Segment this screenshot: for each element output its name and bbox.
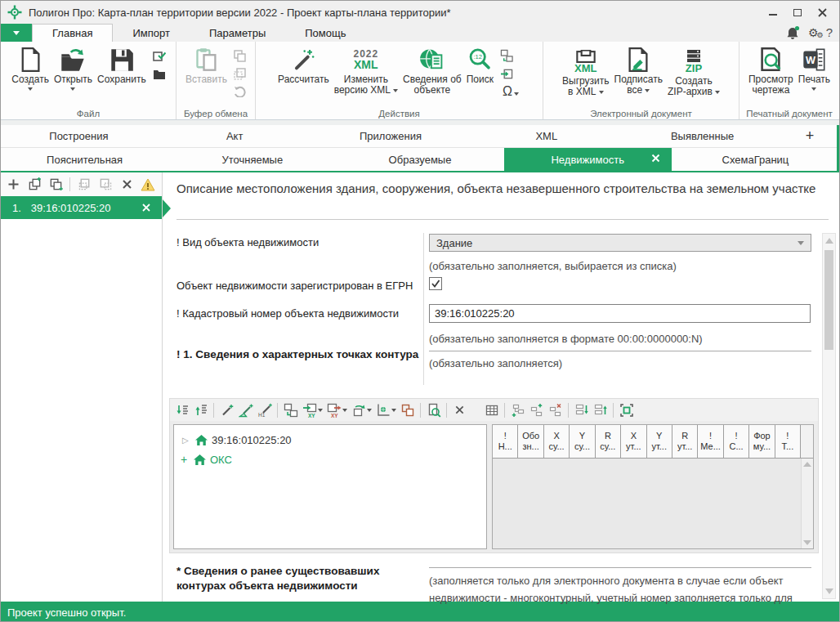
grid-column-header[interactable]: Форму... <box>749 425 775 459</box>
swap-squares-icon <box>284 403 298 418</box>
object-info-button[interactable]: Сведения об объекте <box>400 45 464 96</box>
grid-column-header[interactable]: Обозн... <box>518 425 543 459</box>
doc-tab-vyyavlennye[interactable]: Выявленные <box>624 125 780 147</box>
paste-button[interactable]: Вставить <box>183 45 230 85</box>
duplicate-object-button[interactable] <box>25 177 43 193</box>
grid-scrollbar[interactable] <box>801 459 813 548</box>
close-button[interactable] <box>810 3 834 21</box>
grid-column-header[interactable]: Xут... <box>621 425 646 459</box>
clear-table-button[interactable] <box>451 402 468 418</box>
grid-column-header[interactable]: Yсу... <box>570 425 595 459</box>
paste-special-button[interactable] <box>232 66 248 81</box>
expander-icon[interactable]: ▷ <box>182 436 194 445</box>
insert-button[interactable] <box>498 66 515 81</box>
swap-coordinates-button[interactable] <box>282 402 299 418</box>
grid-column-header[interactable]: Rсу... <box>596 425 621 459</box>
maximize-button[interactable] <box>785 3 810 21</box>
paste-object-button[interactable] <box>75 177 93 193</box>
doc-tab-poyasnitelnaya[interactable]: Пояснительная <box>1 148 168 171</box>
egrn-checkbox[interactable] <box>429 277 442 290</box>
scroll-down-icon[interactable] <box>803 540 811 545</box>
grid-column-header[interactable]: !Н... <box>493 425 518 459</box>
doc-tab-xml[interactable]: XML <box>468 125 624 147</box>
copy-object-button[interactable] <box>47 177 65 193</box>
paste-special-object-button[interactable] <box>96 177 114 193</box>
copy-button[interactable] <box>232 48 248 63</box>
open-button[interactable]: Открыть <box>51 45 95 91</box>
menu-tab-glavnaya[interactable]: Главная <box>32 24 113 42</box>
page-scrollbar[interactable] <box>822 233 836 599</box>
settings-gear-icon[interactable] <box>808 25 819 40</box>
grid-column-header[interactable]: Rут... <box>672 425 698 459</box>
doc-tab-shemagranic[interactable]: СхемаГраниц <box>672 148 839 171</box>
import-xy-button[interactable]: XY <box>301 402 324 418</box>
expand-editor-button[interactable] <box>618 402 635 418</box>
rotate-contour-button[interactable] <box>350 402 373 418</box>
tree-add-oks[interactable]: + ОКС <box>174 450 486 469</box>
auto-fill-button[interactable] <box>218 402 235 418</box>
preview-contour-button[interactable] <box>425 402 442 418</box>
tab-close-icon[interactable] <box>651 154 660 163</box>
grid-column-header[interactable]: Xсу... <box>544 425 570 459</box>
menu-tab-import[interactable]: Импорт <box>113 24 189 42</box>
create-zip-button[interactable]: ZIP Создать ZIP-архив <box>665 45 722 97</box>
auto-fill-area-button[interactable] <box>237 402 254 418</box>
doc-tab-utochnyaemye[interactable]: Уточняемые <box>168 148 336 171</box>
warnings-button[interactable] <box>139 177 157 193</box>
calculate-button[interactable]: Рассчитать <box>275 45 332 85</box>
scrollbar-thumb[interactable] <box>824 250 833 350</box>
grid-column-header[interactable]: !Ме... <box>698 425 723 459</box>
help-icon[interactable] <box>826 25 833 40</box>
close-project-button[interactable] <box>151 66 168 81</box>
insert-row-button[interactable] <box>528 402 545 418</box>
replace-button[interactable] <box>498 48 515 63</box>
renumber-up-button[interactable] <box>192 402 209 418</box>
doc-tab-prilozheniya[interactable]: Приложения <box>313 125 469 147</box>
search-button[interactable]: :12 Поиск <box>464 45 496 85</box>
doc-tab-obrazuemye[interactable]: Образуемые <box>336 148 503 171</box>
scroll-up-icon[interactable] <box>825 238 833 244</box>
scroll-down-icon[interactable] <box>825 588 833 594</box>
grid-column-header[interactable]: !С... <box>724 425 749 459</box>
delete-object-button[interactable] <box>118 177 136 193</box>
auto-fill-h1-button[interactable]: H1 <box>256 402 273 418</box>
object-type-combobox[interactable]: Здание <box>429 234 811 252</box>
export-xml-button[interactable]: XML Выгрузить в XML <box>560 45 612 97</box>
save-button[interactable]: Сохранить <box>95 45 149 85</box>
tree-item-root[interactable]: ▷ 39:16:010225:20 <box>174 430 486 450</box>
notifications-bell-icon[interactable] <box>785 25 801 40</box>
delete-row-button[interactable] <box>547 402 564 418</box>
item-close-icon[interactable] <box>142 204 150 212</box>
menu-tab-parametry[interactable]: Параметры <box>190 24 285 42</box>
cadastral-number-input[interactable] <box>429 304 811 323</box>
doc-tab-nedvizhimost[interactable]: Недвижимость <box>504 148 672 171</box>
table-view-button[interactable] <box>483 402 500 418</box>
export-xy-button[interactable]: XY <box>325 402 348 418</box>
grid-body-empty[interactable] <box>493 459 813 548</box>
grid-column-header[interactable]: !Т... <box>775 425 801 459</box>
drawing-preview-button[interactable]: Просмотр чертежа <box>746 45 796 96</box>
move-row-up-button[interactable] <box>592 402 609 418</box>
special-symbols-button[interactable]: Ω <box>498 84 523 99</box>
add-child-row-button[interactable] <box>509 402 526 418</box>
object-list-item-selected[interactable]: 1. 39:16:010225:20 <box>1 196 162 219</box>
minimize-button[interactable] <box>761 3 785 21</box>
intersect-contours-button[interactable] <box>399 402 416 418</box>
add-object-button[interactable] <box>4 177 22 193</box>
scroll-up-icon[interactable] <box>803 462 811 467</box>
menu-dropdown-button[interactable] <box>1 24 32 42</box>
print-button[interactable]: W Печать <box>796 45 833 91</box>
grid-column-header[interactable]: Yут... <box>647 425 672 459</box>
change-xml-version-button[interactable]: 2022 XML Изменить версию XML <box>332 45 400 96</box>
menu-tab-pomosch[interactable]: Помощь <box>285 24 365 42</box>
point-coordinates-button[interactable] <box>374 402 397 418</box>
undo-button[interactable] <box>232 84 248 99</box>
move-row-down-button[interactable] <box>573 402 590 418</box>
new-button[interactable]: Создать <box>9 45 51 91</box>
doc-tab-postroeniya[interactable]: Построения <box>1 125 157 147</box>
add-tab-button[interactable]: + <box>780 125 839 147</box>
renumber-down-button[interactable] <box>173 402 190 418</box>
sign-all-button[interactable]: Подписать все <box>612 45 665 96</box>
doc-tab-akt[interactable]: Акт <box>157 125 313 147</box>
save-all-button[interactable] <box>151 48 168 63</box>
